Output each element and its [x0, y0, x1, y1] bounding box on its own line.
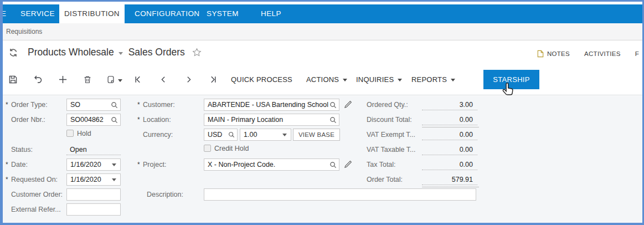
top-navbar: E SERVICE DISTRIBUTION CONFIGURATION SYS…	[3, 4, 642, 23]
nav-item-help[interactable]: HELP	[261, 4, 281, 23]
vat-taxable-value: 0.00	[422, 144, 477, 155]
inquiries-menu-button[interactable]: INQUIRIES	[356, 75, 402, 84]
order-total-label: Order Total:	[367, 176, 403, 183]
order-nbr-label: Order Nbr.:	[11, 116, 45, 124]
customer-input[interactable]: ABARTENDE - USA Bartending School	[204, 99, 339, 111]
previous-record-icon[interactable]	[158, 74, 169, 85]
chevron-down-icon	[343, 79, 347, 81]
discount-total-label: Discount Total:	[367, 116, 412, 124]
breadcrumb-bar: Requisitions	[3, 23, 642, 40]
ordered-qty-label: Ordered Qty.:	[367, 101, 408, 109]
required-marker: *	[6, 101, 8, 109]
hold-checkbox-label: Hold	[77, 130, 91, 137]
project-input[interactable]: X - Non-Project Code.	[204, 158, 339, 171]
last-record-icon[interactable]	[208, 74, 219, 85]
search-icon[interactable]	[228, 131, 235, 138]
note-icon	[537, 50, 544, 58]
search-icon[interactable]	[329, 116, 337, 124]
calendar-dropdown-caret-icon[interactable]	[112, 163, 116, 166]
order-total-value: 579.91	[422, 174, 477, 185]
title-row: Products Wholesale Sales Orders NOTES AC…	[3, 40, 642, 66]
module-title[interactable]: Products Wholesale	[28, 47, 114, 58]
location-input[interactable]: MAIN - Primary Location	[204, 114, 339, 126]
files-link-partial[interactable]: F	[635, 50, 639, 57]
view-base-button[interactable]: VIEW BASE	[293, 129, 340, 141]
actions-menu-button[interactable]: ACTIONS	[306, 75, 347, 84]
order-nbr-input[interactable]: SO004862	[66, 114, 121, 126]
order-type-label: *Order Type:	[11, 101, 48, 109]
record-toolbar: QUICK PROCESS ACTIONS INQUIRIES REPORTS …	[3, 66, 642, 95]
nav-item-distribution[interactable]: DISTRIBUTION	[59, 4, 125, 23]
description-input[interactable]	[204, 188, 476, 201]
first-record-icon[interactable]	[132, 74, 143, 85]
delete-icon[interactable]	[82, 74, 93, 85]
project-label: *Project:	[143, 161, 166, 168]
required-marker: *	[6, 176, 8, 183]
nav-item-configuration[interactable]: CONFIGURATION	[135, 4, 199, 23]
required-marker: *	[137, 161, 140, 168]
nav-item-service[interactable]: SERVICE	[20, 4, 55, 23]
clipboard-dropdown-caret-icon[interactable]	[118, 79, 122, 82]
activities-link[interactable]: ACTIVITIES	[584, 50, 621, 57]
favorite-star-icon[interactable]	[192, 48, 202, 57]
status-label: Status:	[11, 146, 33, 154]
date-label: *Date:	[11, 161, 28, 168]
tax-total-value: 0.00	[422, 159, 477, 170]
credit-hold-checkbox-label: Credit Hold	[214, 145, 249, 152]
clipboard-icon[interactable]	[105, 74, 116, 85]
nav-item-partial[interactable]: E	[1, 4, 6, 23]
status-value: Open	[66, 144, 121, 155]
app-window: E SERVICE DISTRIBUTION CONFIGURATION SYS…	[0, 0, 644, 225]
external-ref-input[interactable]	[66, 203, 121, 216]
requested-on-label: *Requested On:	[11, 176, 58, 183]
vat-exempt-label: VAT Exempt T...	[367, 131, 415, 139]
chevron-down-icon[interactable]	[119, 52, 123, 55]
search-icon[interactable]	[329, 101, 337, 109]
refresh-icon[interactable]	[8, 47, 19, 58]
save-icon[interactable]	[7, 74, 18, 85]
reports-menu-button[interactable]: REPORTS	[411, 75, 455, 84]
edit-project-pencil-icon[interactable]	[344, 160, 353, 169]
add-icon[interactable]	[57, 74, 68, 85]
next-record-icon[interactable]	[183, 74, 194, 85]
page-title: Sales Orders	[128, 47, 185, 58]
date-input[interactable]: 1/16/2020	[66, 158, 121, 171]
external-ref-label: External Refer...	[11, 206, 61, 213]
tax-total-label: Tax Total:	[367, 161, 396, 168]
customer-label: *Customer:	[143, 101, 175, 109]
required-marker: *	[137, 101, 140, 109]
currency-label: Currency:	[143, 131, 173, 139]
chevron-down-icon	[451, 79, 455, 81]
vat-taxable-label: VAT Taxable T...	[367, 146, 415, 154]
currency-rate-select[interactable]: 1.00	[240, 129, 291, 141]
mouse-cursor-hand-icon	[500, 81, 516, 101]
calendar-dropdown-caret-icon[interactable]	[112, 178, 116, 181]
edit-customer-pencil-icon[interactable]	[344, 100, 353, 109]
required-marker: *	[137, 116, 140, 124]
notes-link[interactable]: NOTES	[537, 50, 570, 58]
description-label: Description:	[147, 191, 183, 198]
undo-icon[interactable]	[32, 74, 43, 85]
nav-item-system[interactable]: SYSTEM	[207, 4, 239, 23]
search-icon[interactable]	[329, 161, 337, 168]
quick-process-button[interactable]: QUICK PROCESS	[231, 75, 292, 84]
ordered-qty-value: 3.00	[422, 99, 477, 110]
vat-exempt-value: 0.00	[422, 129, 477, 140]
customer-order-input[interactable]	[66, 188, 121, 201]
discount-total-value: 0.00	[422, 114, 477, 125]
currency-code-input[interactable]: USD	[204, 129, 238, 141]
location-label: *Location:	[143, 116, 171, 124]
customer-order-label: Customer Order:	[11, 191, 63, 198]
chevron-down-icon	[398, 79, 402, 81]
breadcrumb[interactable]: Requisitions	[6, 28, 42, 35]
search-icon[interactable]	[111, 101, 118, 109]
requested-on-input[interactable]: 1/16/2020	[66, 173, 121, 186]
hold-checkbox[interactable]	[66, 130, 74, 137]
chevron-down-icon	[282, 134, 287, 136]
search-icon[interactable]	[111, 116, 118, 124]
required-marker: *	[6, 161, 8, 168]
credit-hold-checkbox[interactable]	[204, 145, 211, 152]
order-type-input[interactable]: SO	[66, 99, 121, 111]
totals-separator-line	[422, 127, 479, 127]
totals-separator-line	[422, 187, 479, 187]
